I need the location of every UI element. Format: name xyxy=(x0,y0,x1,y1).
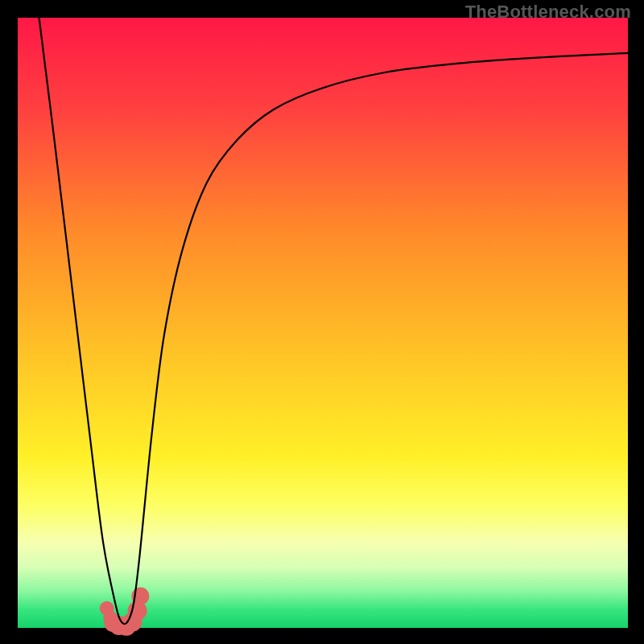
chart-frame: TheBottleneck.com xyxy=(0,0,644,644)
watermark-text: TheBottleneck.com xyxy=(465,2,631,23)
bottleneck-chart xyxy=(0,0,644,644)
plot-background xyxy=(18,18,628,628)
